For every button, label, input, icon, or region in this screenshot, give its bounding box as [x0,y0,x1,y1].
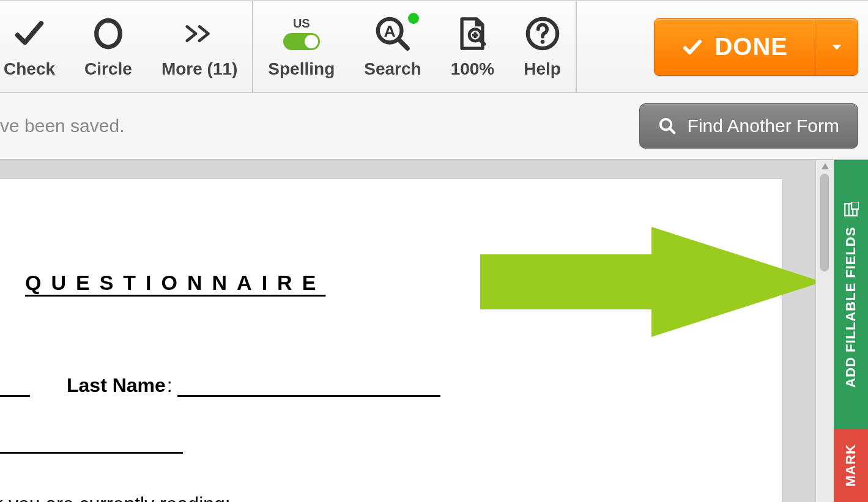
more-label: More (11) [161,59,237,79]
help-label: Help [524,59,561,79]
done-main[interactable]: DONE [655,19,815,75]
blank-field[interactable] [0,376,30,397]
toggle-on-icon [283,33,320,50]
more-button[interactable]: More (11) [147,1,252,92]
find-another-form-button[interactable]: Find Another Form [639,103,858,149]
help-icon [525,15,560,52]
mark-button[interactable]: MARK [834,429,868,502]
search-button[interactable]: A Search [349,1,436,92]
svg-text:A: A [384,21,396,40]
search-label: Search [364,59,421,79]
vertical-scrollbar[interactable] [815,160,834,502]
done-label: DONE [714,33,788,61]
add-fillable-fields-button[interactable]: ADD FILLABLE FIELDS [834,160,868,429]
mark-label: MARK [843,445,859,487]
svg-line-2 [399,39,408,48]
zoom-label: 100% [451,59,495,79]
tool-group-annotate: Check Circle More (11) [0,1,253,92]
svg-point-9 [540,39,544,43]
spelling-toggle-icon: US [283,15,320,52]
check-label: Check [4,59,55,79]
svg-rect-16 [851,202,859,209]
side-rail: ADD FILLABLE FIELDS MARK [834,160,868,502]
circle-icon [91,15,126,52]
svg-marker-12 [480,227,815,337]
saved-status: ve been saved. [0,116,124,136]
caret-down-icon [830,40,844,54]
done-button[interactable]: DONE [654,18,858,76]
find-label: Find Another Form [688,116,839,136]
done-wrap: DONE [644,1,868,92]
notification-dot-icon [408,13,419,24]
circle-button[interactable]: Circle [70,1,147,92]
statusbar: ve been saved. Find Another Form [0,93,868,160]
search-icon [658,117,677,135]
check-icon [12,15,47,52]
document-page[interactable]: QUESTIONNAIRE Last Name: k you are curre… [0,179,782,502]
tutorial-arrow-icon [480,227,815,337]
svg-line-11 [669,128,674,133]
circle-label: Circle [84,59,132,79]
spelling-button[interactable]: US Spelling [253,1,349,92]
svg-point-0 [97,20,121,47]
tool-group-view: US Spelling A Search [253,1,577,92]
page-zoom-icon [454,15,490,52]
workspace: QUESTIONNAIRE Last Name: k you are curre… [0,160,868,502]
more-icon [182,15,217,52]
zoom-button[interactable]: 100% [436,1,510,92]
name-row: Last Name: [0,374,782,397]
scrollbar-thumb[interactable] [820,174,829,271]
reading-prompt: k you are currently reading: [0,493,782,502]
help-button[interactable]: Help [509,1,576,92]
blank-field-2[interactable] [0,452,183,454]
scroll-up-icon[interactable] [821,163,829,170]
spelling-locale: US [293,17,310,31]
check-icon [681,36,703,58]
check-button[interactable]: Check [0,1,70,92]
last-name-label: Last Name [67,374,166,397]
toolbar: Check Circle More (11) US Spelling [0,0,868,93]
last-name-field[interactable] [177,376,440,397]
document-area[interactable]: QUESTIONNAIRE Last Name: k you are curre… [0,160,815,502]
add-fields-label: ADD FILLABLE FIELDS [843,226,859,387]
done-dropdown[interactable] [815,19,858,75]
form-fields-icon [843,202,859,218]
spelling-label: Spelling [268,59,335,79]
search-a-icon: A [375,15,410,52]
